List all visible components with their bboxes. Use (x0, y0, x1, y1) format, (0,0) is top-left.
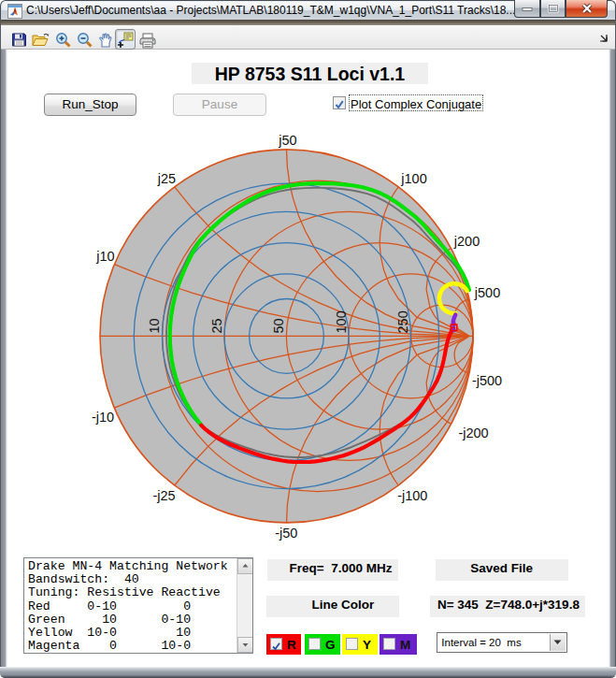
svg-text:j10: j10 (95, 249, 114, 264)
svg-text:-j500: -j500 (472, 373, 502, 388)
svg-text:j100: j100 (400, 171, 426, 186)
svg-text:50: 50 (271, 318, 286, 333)
svg-text:-j25: -j25 (153, 488, 176, 503)
svg-text:100: 100 (334, 310, 349, 333)
svg-text:j50: j50 (278, 133, 296, 148)
svg-text:j25: j25 (157, 171, 176, 186)
svg-text:j500: j500 (474, 285, 500, 300)
svg-text:-j10: -j10 (92, 410, 114, 425)
svg-text:250: 250 (395, 310, 410, 333)
svg-text:25: 25 (209, 318, 224, 333)
svg-text:-j200: -j200 (458, 426, 488, 440)
svg-text:-j100: -j100 (397, 488, 427, 503)
svg-text:j200: j200 (453, 234, 480, 249)
svg-text:-j50: -j50 (275, 526, 297, 541)
svg-text:10: 10 (147, 318, 162, 333)
